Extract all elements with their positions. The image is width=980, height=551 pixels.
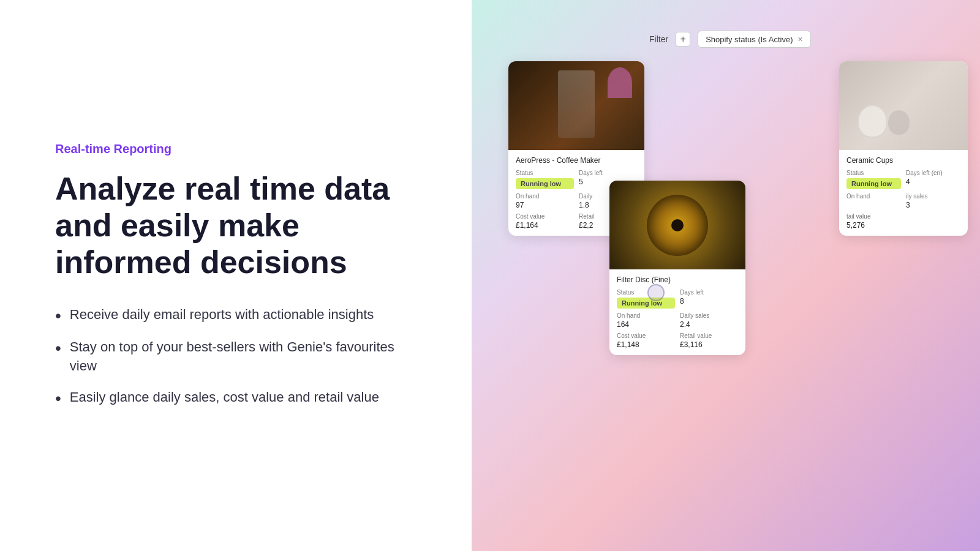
card-filter-disc-body: Filter Disc (Fine) Status Running low Da… — [609, 269, 745, 355]
card-aeropress-status: Status Running low — [516, 170, 574, 189]
card-ceramic-days: Days left (en) 4 — [906, 170, 960, 189]
filter-tag-text: Shopify status (Is Active) — [706, 35, 793, 44]
card-filter-disc-name: Filter Disc (Fine) — [617, 276, 738, 284]
card-filter-retail: Retail value £3,116 — [680, 332, 738, 349]
card-filter-disc-grid: Status Running low Days left 8 On hand 1… — [617, 289, 738, 349]
card-filter-cost: Cost value £1,148 — [617, 332, 675, 349]
card-ceramic-on-hand: On hand — [846, 193, 901, 209]
card-filter-disc[interactable]: Filter Disc (Fine) Status Running low Da… — [609, 181, 745, 355]
bullet-list: Receive daily email reports with actiona… — [55, 305, 417, 409]
card-ceramic-cost: tail value 5,276 — [846, 213, 901, 230]
card-filter-disc-image — [609, 181, 745, 269]
card-filter-daily: Daily sales 2.4 — [680, 312, 738, 329]
card-ceramic-image — [839, 61, 968, 150]
card-filter-status: Status Running low — [617, 289, 675, 309]
card-filter-on-hand: On hand 164 — [617, 312, 675, 329]
filter-bar: Filter + Shopify status (Is Active) × — [649, 31, 968, 48]
card-ceramic-daily: ily sales 3 — [906, 193, 960, 209]
card-filter-days-left: Days left 8 — [680, 289, 738, 309]
section-label: Real-time Reporting — [55, 142, 417, 156]
cards-container: AeroPress - Coffee Maker Status Running … — [508, 61, 968, 502]
left-panel: Real-time Reporting Analyze real time da… — [0, 0, 472, 551]
card-ceramic[interactable]: Ceramic Cups Status Running low Days lef… — [839, 61, 968, 236]
filter-tag: Shopify status (Is Active) × — [698, 31, 811, 48]
filter-tag-close[interactable]: × — [797, 34, 802, 44]
card-aeropress-on-hand: On hand 97 — [516, 193, 574, 209]
status-badge: Running low — [516, 178, 574, 189]
card-aeropress-image — [508, 61, 644, 150]
card-ceramic-name: Ceramic Cups — [846, 156, 960, 165]
card-aeropress-cost: Cost value £1,164 — [516, 213, 574, 230]
card-ceramic-status: Status Running low — [846, 170, 901, 189]
card-ceramic-grid: Status Running low Days left (en) 4 On h… — [846, 170, 960, 230]
card-ceramic-body: Ceramic Cups Status Running low Days lef… — [839, 150, 968, 236]
right-panel: Filter + Shopify status (Is Active) × Ae… — [472, 0, 980, 551]
filter-add-button[interactable]: + — [676, 32, 690, 47]
bullet-item-1: Receive daily email reports with actiona… — [55, 305, 417, 326]
filter-label: Filter — [649, 34, 668, 44]
filter-status-badge: Running low — [617, 298, 675, 309]
ceramic-status-badge: Running low — [846, 178, 901, 189]
dashboard-area: Filter + Shopify status (Is Active) × Ae… — [508, 31, 968, 502]
main-heading: Analyze real time data and easily make i… — [55, 171, 417, 280]
bullet-item-2: Stay on top of your best-sellers with Ge… — [55, 338, 417, 376]
bullet-item-3: Easily glance daily sales, cost value an… — [55, 388, 417, 409]
card-aeropress-name: AeroPress - Coffee Maker — [516, 156, 637, 165]
